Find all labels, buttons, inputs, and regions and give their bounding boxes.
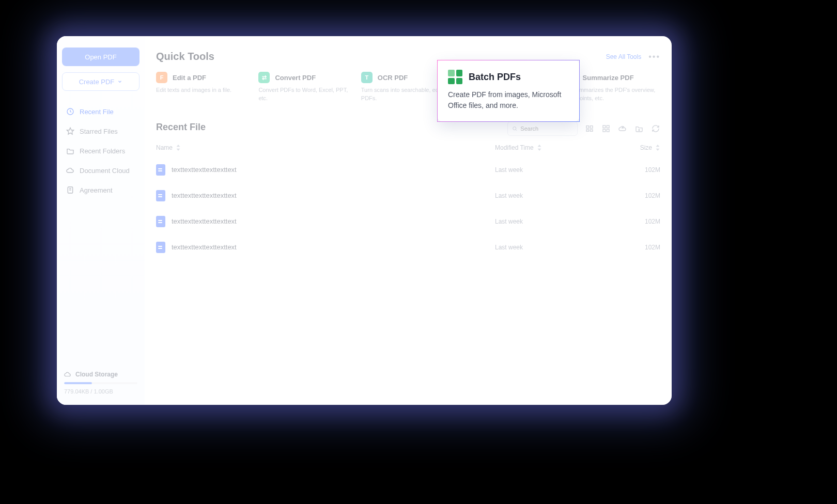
svg-rect-14 [607, 129, 609, 132]
document-icon [66, 186, 74, 194]
main-area: Quick Tools See All Tools ••• F Edit a P… [145, 36, 672, 405]
svg-line-6 [516, 130, 517, 131]
table-row[interactable]: texttexttexttexttexttextLast week102M [156, 183, 660, 209]
file-size: 102M [598, 244, 660, 251]
sidebar-item-agreement[interactable]: Agreement [62, 181, 140, 199]
sidebar-item-recent-file[interactable]: Recent File [62, 102, 140, 121]
sidebar-item-label: Starred Files [80, 128, 118, 135]
create-pdf-button[interactable]: Create PDF [62, 72, 140, 91]
open-pdf-button[interactable]: Open PDF [62, 48, 140, 66]
tool-desc: Convert PDFs to Word, Excel, PPT, etc. [258, 86, 352, 103]
tool-popover-batch-pdfs[interactable]: Batch PDFs Create PDF from images, Micro… [437, 60, 580, 122]
file-name: texttexttexttexttexttext [172, 192, 237, 199]
star-icon [66, 127, 74, 135]
see-all-tools-link[interactable]: See All Tools [606, 53, 642, 60]
convert-icon: ⇄ [258, 72, 270, 83]
sidebar-item-label: Recent File [80, 108, 114, 116]
storage-progress [64, 382, 137, 384]
cloud-icon [64, 371, 71, 378]
svg-rect-9 [586, 130, 589, 131]
tool-summarize-pdf[interactable]: ✦ Summarize PDF AI summarizes the PDF's … [566, 72, 660, 103]
more-menu-button[interactable]: ••• [648, 52, 660, 61]
storage-title: Cloud Storage [75, 371, 118, 378]
file-size: 102M [598, 192, 660, 199]
file-modified: Last week [495, 166, 598, 174]
svg-rect-7 [586, 126, 589, 129]
storage-panel: Cloud Storage 779.04KB / 1.00GB [62, 371, 140, 397]
tool-edit-pdf[interactable]: F Edit a PDF Edit texts and images in a … [156, 72, 250, 103]
file-rows: texttexttexttexttexttextLast week102Mtex… [156, 157, 660, 260]
clock-icon [66, 107, 74, 116]
search-input[interactable] [520, 125, 573, 132]
create-pdf-label: Create PDF [79, 78, 115, 86]
svg-marker-19 [537, 145, 541, 147]
file-name: texttexttexttexttexttext [172, 243, 237, 251]
svg-rect-11 [603, 125, 606, 128]
sidebar-item-label: Agreement [80, 186, 113, 194]
table-row[interactable]: texttexttexttexttexttextLast week102M [156, 234, 660, 260]
upload-button[interactable] [618, 124, 627, 133]
column-name[interactable]: Name [156, 144, 495, 151]
tool-desc: Edit texts and images in a file. [156, 86, 250, 94]
table-row[interactable]: texttexttexttexttexttextLast week102M [156, 157, 660, 183]
open-pdf-label: Open PDF [85, 53, 116, 61]
ocr-icon: T [361, 72, 373, 83]
column-modified[interactable]: Modified Time [495, 144, 598, 151]
table-row[interactable]: texttexttexttexttexttextLast week102M [156, 209, 660, 234]
sidebar-item-label: Document Cloud [80, 167, 130, 175]
refresh-button[interactable] [651, 124, 660, 133]
svg-rect-10 [590, 130, 593, 131]
svg-rect-8 [590, 126, 593, 129]
sidebar-nav: Recent File Starred Files Recent Folders… [62, 102, 140, 199]
sidebar-item-document-cloud[interactable]: Document Cloud [62, 161, 140, 180]
view-grid-button[interactable] [601, 124, 611, 133]
sort-icon [176, 145, 181, 151]
svg-marker-1 [67, 128, 73, 134]
chevron-down-icon [117, 79, 122, 84]
quick-tools-grid: F Edit a PDF Edit texts and images in a … [156, 72, 660, 103]
svg-marker-17 [177, 145, 180, 147]
file-name: texttexttexttexttexttext [172, 217, 237, 225]
recent-file-title: Recent File [156, 122, 206, 133]
search-icon [512, 125, 517, 132]
file-modified: Last week [495, 244, 598, 251]
tool-title: Convert PDF [275, 74, 316, 82]
svg-rect-12 [607, 125, 609, 128]
sort-icon [537, 145, 542, 151]
pdf-file-icon [156, 242, 165, 253]
view-list-button[interactable] [585, 124, 594, 133]
sort-icon [655, 145, 660, 151]
tool-title: Edit a PDF [173, 74, 206, 82]
sidebar-item-recent-folders[interactable]: Recent Folders [62, 141, 140, 160]
file-size: 102M [598, 218, 660, 225]
svg-point-5 [513, 127, 516, 130]
file-modified: Last week [495, 192, 598, 199]
file-size: 102M [598, 166, 660, 174]
pdf-file-icon [156, 216, 165, 227]
search-input-wrapper[interactable] [507, 121, 578, 136]
tool-convert-pdf[interactable]: ⇄ Convert PDF Convert PDFs to Word, Exce… [258, 72, 352, 103]
file-name: texttexttexttexttexttext [172, 166, 237, 174]
batch-icon [448, 70, 462, 84]
file-modified: Last week [495, 218, 598, 225]
cloud-icon [66, 166, 74, 175]
table-header: Name Modified Time Size [156, 140, 660, 157]
page-title: Quick Tools [156, 51, 214, 62]
svg-rect-13 [603, 129, 606, 132]
svg-marker-22 [656, 149, 660, 151]
sidebar-item-starred-files[interactable]: Starred Files [62, 122, 140, 140]
edit-icon: F [156, 72, 167, 83]
popover-title: Batch PDFs [469, 72, 521, 83]
tool-title: OCR PDF [378, 74, 408, 82]
sidebar-item-label: Recent Folders [80, 147, 125, 155]
column-size[interactable]: Size [598, 144, 660, 151]
pdf-file-icon [156, 164, 165, 176]
sidebar: Open PDF Create PDF Recent File Starred … [57, 36, 145, 405]
pdf-file-icon [156, 190, 165, 201]
svg-marker-20 [537, 149, 541, 151]
new-folder-button[interactable] [634, 124, 644, 133]
folder-icon [66, 147, 74, 155]
svg-marker-18 [177, 149, 180, 151]
storage-usage: 779.04KB / 1.00GB [64, 388, 137, 395]
tool-desc: AI summarizes the PDF's overview, key po… [566, 86, 660, 103]
